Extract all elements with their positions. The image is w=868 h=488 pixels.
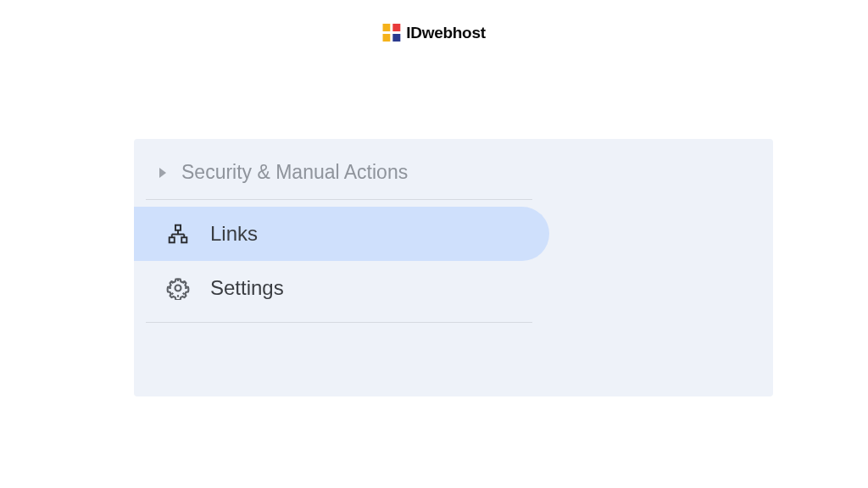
- svg-rect-0: [382, 24, 390, 31]
- divider: [146, 199, 532, 200]
- sidebar-item-label: Settings: [210, 276, 284, 300]
- divider: [146, 322, 532, 323]
- brand-logo-mark: [382, 24, 401, 42]
- sidebar-panel: Security & Manual Actions Links: [134, 139, 773, 396]
- svg-rect-4: [175, 225, 181, 230]
- brand-logo-text: IDwebhost: [406, 24, 485, 42]
- sidebar-item-links[interactable]: Links: [134, 207, 549, 261]
- gear-icon: [166, 276, 190, 300]
- caret-right-icon: [159, 168, 166, 178]
- svg-rect-5: [170, 237, 175, 242]
- sidebar-item-settings[interactable]: Settings: [134, 261, 549, 315]
- sidebar-section-security[interactable]: Security & Manual Actions: [134, 161, 773, 184]
- svg-rect-3: [392, 34, 400, 42]
- svg-point-11: [175, 286, 181, 291]
- sidebar-item-label: Links: [210, 222, 258, 246]
- brand-logo: IDwebhost: [382, 24, 485, 42]
- svg-rect-1: [392, 24, 400, 31]
- svg-rect-2: [382, 34, 390, 42]
- links-icon: [166, 222, 190, 246]
- sidebar-section-title: Security & Manual Actions: [181, 161, 408, 184]
- svg-rect-6: [181, 237, 186, 242]
